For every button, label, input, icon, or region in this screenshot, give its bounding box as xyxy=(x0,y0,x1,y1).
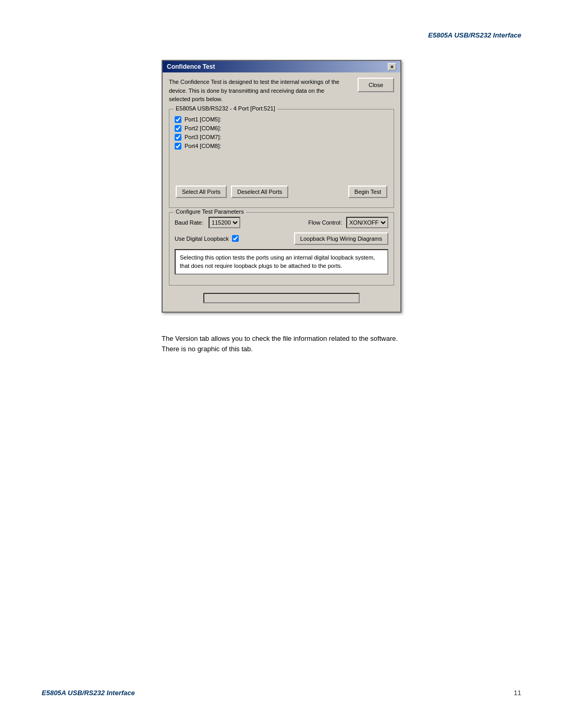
loopback-left: Use Digital Loopback xyxy=(175,235,239,242)
dialog-title-bar: Confidence Test × xyxy=(163,61,400,72)
page-header-title: E5805A USB/RS232 Interface xyxy=(0,0,563,50)
bottom-description: The Version tab allows you to check the … xyxy=(162,334,401,355)
flow-control-label: Flow Control: xyxy=(308,219,342,226)
dialog-title: Confidence Test xyxy=(167,63,215,70)
port2-checkbox[interactable] xyxy=(175,125,181,132)
port3-item[interactable]: Port3 [COM7]: xyxy=(175,134,388,141)
deselect-all-ports-button[interactable]: Deselect All Ports xyxy=(231,186,288,198)
port-group-box: E5805A USB/RS232 - 4 Port [Port:521] Por… xyxy=(169,109,394,208)
port1-item[interactable]: Port1 [COM5]: xyxy=(175,116,388,123)
title-bar-close-button[interactable]: × xyxy=(388,63,396,70)
page-footer: E5805A USB/RS232 Interface 11 xyxy=(0,689,563,697)
select-all-ports-button[interactable]: Select All Ports xyxy=(176,186,227,198)
loopback-row: Use Digital Loopback Loopback Plug Wirin… xyxy=(175,232,388,245)
footer-page-number: 11 xyxy=(514,689,521,697)
port4-label: Port4 [COM8]: xyxy=(185,143,221,149)
baud-rate-label: Baud Rate: xyxy=(175,219,203,226)
dialog-body: The Confidence Test is designed to test … xyxy=(163,72,400,312)
footer-title: E5805A USB/RS232 Interface xyxy=(42,689,135,697)
port1-checkbox[interactable] xyxy=(175,116,181,123)
port-button-row: Select All Ports Deselect All Ports Begi… xyxy=(175,186,388,198)
begin-test-button[interactable]: Begin Test xyxy=(348,186,387,198)
baud-rate-select[interactable]: 115200 57600 38400 19200 9600 xyxy=(209,217,240,228)
configure-params-group: Configure Test Parameters Baud Rate: 115… xyxy=(169,212,394,286)
port3-checkbox[interactable] xyxy=(175,134,181,141)
progress-bar xyxy=(203,293,360,303)
loopback-plug-wiring-button[interactable]: Loopback Plug Wiring Diagrams xyxy=(294,232,388,245)
use-digital-loopback-label: Use Digital Loopback xyxy=(175,236,229,242)
info-text-box: Selecting this option tests the ports us… xyxy=(175,249,388,275)
port2-item[interactable]: Port2 [COM6]: xyxy=(175,125,388,132)
progress-area xyxy=(169,290,394,306)
flow-control-section: Flow Control: XON/XOFF None Hardware xyxy=(308,217,388,228)
digital-loopback-checkbox[interactable] xyxy=(232,235,239,242)
port-group-label: E5805A USB/RS232 - 4 Port [Port:521] xyxy=(174,105,277,112)
configure-params-label: Configure Test Parameters xyxy=(174,208,246,215)
params-row: Baud Rate: 115200 57600 38400 19200 9600… xyxy=(175,217,388,228)
top-section: The Confidence Test is designed to test … xyxy=(169,78,394,104)
port-list: Port1 [COM5]: Port2 [COM6]: Port3 [COM7]… xyxy=(175,114,388,181)
port4-item[interactable]: Port4 [COM8]: xyxy=(175,143,388,150)
close-button[interactable]: Close xyxy=(358,78,394,92)
flow-control-select[interactable]: XON/XOFF None Hardware xyxy=(346,217,388,228)
port1-label: Port1 [COM5]: xyxy=(185,116,221,122)
port4-checkbox[interactable] xyxy=(175,143,181,150)
confidence-test-dialog: Confidence Test × The Confidence Test is… xyxy=(162,60,401,313)
port2-label: Port2 [COM6]: xyxy=(185,125,221,131)
port3-label: Port3 [COM7]: xyxy=(185,134,221,140)
description-text: The Confidence Test is designed to test … xyxy=(169,78,346,104)
